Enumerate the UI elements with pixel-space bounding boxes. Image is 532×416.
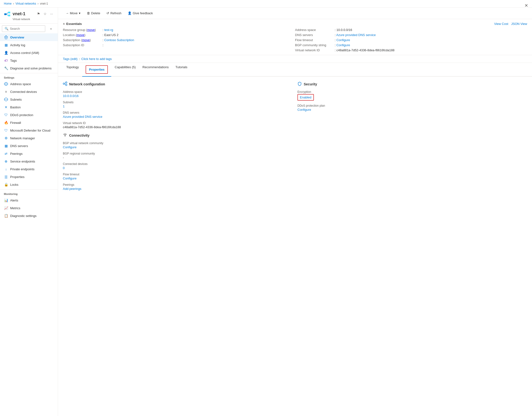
close-button[interactable]: ✕ xyxy=(524,8,528,8)
vnet-id-ess-label: Virtual network ID xyxy=(295,48,334,52)
refresh-icon: ↺ xyxy=(106,11,109,15)
sidebar-item-service-endpoints[interactable]: ⊕ Service endpoints xyxy=(0,157,58,165)
collapse-button[interactable]: « xyxy=(48,26,54,31)
locks-icon: 🔒 xyxy=(4,182,8,187)
connected-devices-icon: ⌗ xyxy=(4,89,8,94)
sidebar-item-locks[interactable]: 🔒 Locks xyxy=(0,181,58,188)
sidebar-item-activity-log[interactable]: ▦ Activity log xyxy=(0,41,58,49)
prop-subnets-value-link[interactable]: 1 xyxy=(63,105,65,108)
activity-log-icon: ▦ xyxy=(4,43,8,47)
more-icon[interactable]: ··· xyxy=(49,11,54,16)
sidebar-subtitle: Virtual network xyxy=(13,18,54,20)
resource-group-move-link[interactable]: move xyxy=(87,28,95,32)
sidebar-item-subnets[interactable]: Subnets xyxy=(0,96,58,103)
service-endpoints-icon: ⊕ xyxy=(4,159,8,164)
sidebar-item-diagnostic-settings[interactable]: 📋 Diagnostic settings xyxy=(0,212,58,220)
sidebar-label-private-endpoints: Private endpoints xyxy=(10,167,34,171)
subscription-value-link[interactable]: Contoso Subscription xyxy=(104,38,134,42)
sidebar-item-properties[interactable]: ||| Properties xyxy=(0,173,58,181)
dns-servers-ess-value-link[interactable]: Azure provided DNS service xyxy=(336,33,376,37)
tab-tutorials[interactable]: Tutorials xyxy=(172,63,190,77)
sidebar-item-firewall[interactable]: 🔥 Firewall xyxy=(0,119,58,126)
sidebar-item-address-space[interactable]: Address space xyxy=(0,80,58,88)
bgp-ess-value-link[interactable]: Configure xyxy=(336,43,350,47)
json-view-link[interactable]: JSON View xyxy=(511,22,527,26)
search-input[interactable] xyxy=(10,27,43,30)
svg-rect-5 xyxy=(5,37,7,39)
resource-group-value-link[interactable]: test-rg xyxy=(104,28,113,32)
sidebar-item-private-endpoints[interactable]: ↓ Private endpoints xyxy=(0,165,58,173)
prop-peerings-value-link[interactable]: Add peerings xyxy=(63,187,82,191)
prop-flow-timeout-label: Flow timeout xyxy=(63,173,293,176)
sidebar-item-metrics[interactable]: 📈 Metrics xyxy=(0,204,58,212)
breadcrumb-section[interactable]: Virtual networks xyxy=(16,2,36,5)
svg-line-4 xyxy=(7,14,8,16)
delete-icon: 🗑 xyxy=(87,11,90,15)
search-box[interactable]: 🔍 xyxy=(2,25,45,32)
subscription-id-label: Subscription ID xyxy=(63,43,102,47)
prop-flow-timeout-value-link[interactable]: Configure xyxy=(63,176,76,180)
svg-line-13 xyxy=(65,83,66,84)
flow-timeout-ess-value-link[interactable]: Configure xyxy=(336,38,350,42)
tab-recommendations[interactable]: Recommendations xyxy=(139,63,172,77)
sidebar-label-activity-log: Activity log xyxy=(10,43,25,47)
sidebar-item-tags[interactable]: 🏷 Tags xyxy=(0,57,58,64)
sidebar-item-alerts[interactable]: 📊 Alerts xyxy=(0,196,58,204)
network-config-title: Network configuration xyxy=(69,82,105,86)
prop-connected-devices-value-link[interactable]: 0 xyxy=(63,166,65,170)
sidebar-item-diagnose[interactable]: 🔧 Diagnose and solve problems xyxy=(0,64,58,72)
tab-properties[interactable]: Properties xyxy=(82,63,111,77)
prop-bgp-community-value-link[interactable]: Configure xyxy=(63,145,76,149)
sidebar-item-network-manager[interactable]: ⚙ Network manager xyxy=(0,134,58,142)
sidebar-item-peerings[interactable]: ⇄ Peerings xyxy=(0,150,58,157)
prop-subnets: Subnets 1 xyxy=(63,101,293,108)
essentials-chevron-icon: ∧ xyxy=(63,22,65,25)
search-icon: 🔍 xyxy=(5,27,9,30)
tab-topology[interactable]: Topology xyxy=(63,63,82,77)
breadcrumb-home[interactable]: Home xyxy=(4,2,12,5)
pin-icon[interactable]: ⚑ xyxy=(36,11,41,16)
subnets-icon xyxy=(4,97,8,102)
vnet-id-ess-value: : c48a881a-7d52-4336-8dea-f8616fcda188 xyxy=(335,48,394,52)
sidebar-item-bastion[interactable]: ✕ Bastion xyxy=(0,103,58,111)
sidebar-item-ddos[interactable]: 🛡 DDoS protection xyxy=(0,111,58,119)
security-title: Security xyxy=(304,82,317,86)
tags-row: Tags (edit) : Click here to add tags xyxy=(58,55,532,63)
feedback-button[interactable]: 👤 Give feedback xyxy=(125,10,155,16)
sidebar-item-dns-servers[interactable]: ▦ DNS servers xyxy=(0,142,58,150)
star-icon[interactable]: ☆ xyxy=(43,11,48,16)
sidebar-item-connected-devices[interactable]: ⌗ Connected devices xyxy=(0,88,58,96)
security-icon xyxy=(297,81,302,87)
move-button[interactable]: → Move ▾ xyxy=(63,10,83,16)
prop-vnet-id-label: Virtual network ID xyxy=(63,121,293,125)
sidebar-nav: Overview ▦ Activity log 👤 Access control… xyxy=(0,33,58,416)
address-space-icon xyxy=(4,82,8,86)
prop-peerings: Peerings Add peerings xyxy=(63,183,293,191)
prop-ddos-plan-label: DDoS protection plan xyxy=(297,104,527,107)
settings-section-label: Settings xyxy=(0,73,58,80)
svg-line-3 xyxy=(7,13,8,14)
prop-encryption-value-link[interactable]: Enabled xyxy=(300,96,312,99)
prop-connected-devices-label: Connected devices xyxy=(63,162,293,166)
delete-label: Delete xyxy=(91,11,100,15)
sidebar-item-iam[interactable]: 👤 Access control (IAM) xyxy=(0,49,58,57)
tags-edit-link[interactable]: Tags (edit) xyxy=(63,57,78,61)
subscription-move-link[interactable]: move xyxy=(82,38,90,42)
delete-button[interactable]: 🗑 Delete xyxy=(84,10,103,16)
view-cost-link[interactable]: View Cost xyxy=(494,22,508,26)
alerts-icon: 📊 xyxy=(4,198,8,203)
prop-dns-value-link[interactable]: Azure provided DNS service xyxy=(63,115,102,118)
location-move-link[interactable]: move xyxy=(77,33,84,37)
properties-panel: Network configuration Address space 10.0… xyxy=(58,77,532,198)
refresh-button[interactable]: ↺ Refresh xyxy=(104,10,124,16)
sidebar-item-overview[interactable]: Overview xyxy=(0,33,58,41)
sidebar-label-overview: Overview xyxy=(10,36,24,39)
prop-ddos-plan-value-link[interactable]: Configure xyxy=(297,108,311,112)
tab-capabilities[interactable]: Capabilities (5) xyxy=(111,63,139,77)
add-tags-link[interactable]: Click here to add tags xyxy=(81,57,112,61)
sidebar-item-defender[interactable]: 🛡 Microsoft Defender for Cloud xyxy=(0,126,58,134)
vnet-logo-icon xyxy=(4,10,11,17)
prop-address-space-value-link[interactable]: 10.0.0.0/16 xyxy=(63,94,79,98)
flow-timeout-ess-label: Flow timeout xyxy=(295,38,334,42)
prop-bgp-regional-label: BGP regional community xyxy=(63,152,293,155)
